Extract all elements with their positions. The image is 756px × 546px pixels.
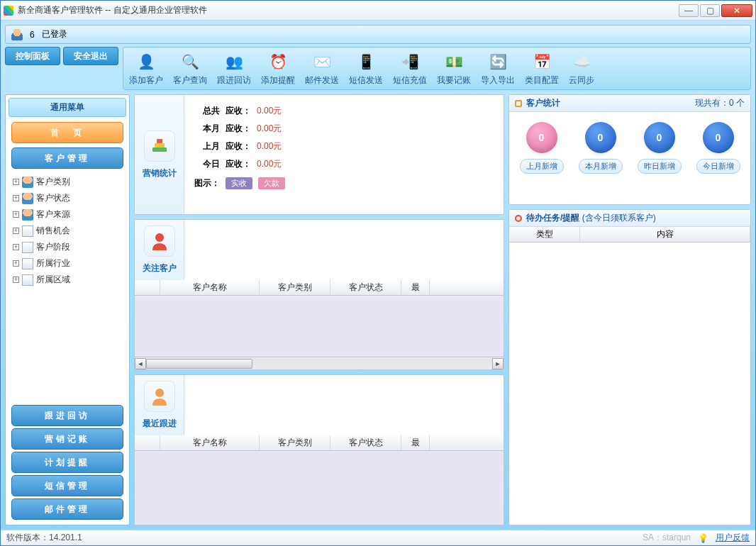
recent-followup-icon (144, 381, 175, 412)
sidebar-menu-button[interactable]: 短信管理 (11, 475, 123, 496)
table-col-header[interactable] (135, 435, 160, 450)
sa-label: SA：starqun (643, 532, 691, 544)
customer-search-button[interactable]: 🔍客户查询 (173, 50, 207, 87)
tree-icon (22, 274, 33, 286)
tree-item[interactable]: +所属行业 (10, 255, 125, 272)
email-send-icon: ✉️ (311, 50, 333, 73)
maximize-button[interactable]: ▢ (700, 4, 720, 17)
customer-mgmt-button[interactable]: 客户管理 (11, 147, 123, 169)
recent-followup-panel: 最近跟进 客户名称客户类别客户状态最 (134, 374, 504, 525)
titlebar: 新全商通客户管理软件 -- 自定义通用企业管理软件 — ▢ ✕ (1, 1, 755, 21)
stat-circle-item[interactable]: 0上月新增 (520, 122, 564, 174)
tree-item[interactable]: +所属区域 (10, 272, 125, 288)
tree-item[interactable]: +销售机会 (10, 223, 125, 239)
customer-stats-panel: 客户统计 现共有：0 个 0上月新增0本月新增0昨日新增0今日新增 (508, 94, 751, 205)
stat-circle-item[interactable]: 0昨日新增 (638, 122, 682, 174)
scroll-right-button[interactable]: ► (492, 358, 504, 369)
sidebar-menu-button[interactable]: 跟进回访 (11, 405, 123, 426)
table-col-header[interactable] (135, 280, 160, 295)
feedback-link[interactable]: 用户反馈 (716, 532, 750, 544)
login-status: 已登录 (42, 28, 67, 40)
table-col-header[interactable]: 客户名称 (160, 435, 260, 450)
tree-icon (22, 258, 33, 269)
sidebar-menu-button[interactable]: 邮件管理 (11, 498, 123, 520)
add-reminder-button[interactable]: ⏰添加提醒 (261, 50, 295, 87)
expand-icon[interactable]: + (13, 277, 19, 283)
followup-icon: 👥 (223, 50, 245, 73)
stat-circle-item[interactable]: 0本月新增 (579, 122, 623, 174)
scroll-left-button[interactable]: ◄ (135, 358, 146, 369)
statusbar: 软件版本：14.201.1 SA：starqun 💡 用户反馈 (1, 530, 755, 545)
window-title: 新全商通客户管理软件 -- 自定义通用企业管理软件 (18, 4, 679, 16)
legend-paid: 实收 (226, 177, 252, 189)
sidebar-menu-button[interactable]: 计划提醒 (11, 452, 123, 473)
home-button[interactable]: 首 页 (11, 122, 123, 143)
stat-circle-label: 昨日新增 (638, 159, 682, 174)
scroll-thumb[interactable] (146, 359, 252, 369)
expand-icon[interactable]: + (13, 228, 19, 234)
close-button[interactable]: ✕ (721, 4, 752, 17)
table-col-header[interactable]: 最 (401, 435, 430, 450)
sms-send-button[interactable]: 📱短信发送 (349, 50, 383, 87)
control-panel-button[interactable]: 控制面板 (5, 47, 60, 65)
tasks-head-icon (515, 215, 522, 222)
recent-table-body[interactable] (135, 451, 504, 525)
focus-customer-icon (144, 225, 175, 257)
tasks-table-body[interactable] (509, 243, 750, 525)
focus-customers-panel: 关注客户 客户名称客户类别客户状态最 ◄ ► (134, 219, 504, 370)
svg-point-4 (155, 389, 164, 397)
cloud-sync-button[interactable]: ☁️云同步 (569, 50, 594, 87)
bookkeeping-button[interactable]: 💵我要记账 (437, 50, 471, 87)
table-col-header[interactable]: 客户名称 (160, 280, 260, 295)
legend-owe: 欠款 (258, 177, 285, 189)
login-count: 6 (30, 30, 35, 40)
sms-recharge-icon: 📲 (399, 50, 421, 73)
expand-icon[interactable]: + (13, 244, 19, 250)
tree-item[interactable]: +客户状态 (10, 190, 125, 206)
sidebar-menu-button[interactable]: 营销记账 (11, 428, 123, 450)
stat-circle-label: 本月新增 (579, 159, 623, 174)
main-toolbar: 👤添加客户🔍客户查询👥跟进回访⏰添加提醒✉️邮件发送📱短信发送📲短信充值💵我要记… (123, 47, 751, 90)
sms-send-icon: 📱 (355, 50, 377, 73)
tasks-panel: 待办任务/提醒 (含今日须联系客户) 类型 内容 (508, 209, 751, 525)
table-col-header[interactable]: 最 (401, 280, 430, 295)
svg-rect-0 (152, 147, 167, 152)
expand-icon[interactable]: + (13, 179, 19, 185)
table-col-header[interactable]: 客户状态 (330, 435, 401, 450)
import-export-icon: 🔄 (487, 50, 509, 73)
tree-icon (22, 209, 33, 221)
stat-circle: 0 (526, 122, 557, 153)
tree-icon (22, 177, 33, 188)
expand-icon[interactable]: + (13, 211, 19, 218)
focus-table-body[interactable] (135, 296, 504, 357)
minimize-button[interactable]: — (679, 4, 699, 17)
version-label: 软件版本：14.201.1 (6, 532, 82, 544)
user-icon (11, 29, 23, 40)
sms-recharge-button[interactable]: 📲短信充值 (393, 50, 427, 87)
email-send-button[interactable]: ✉️邮件发送 (305, 50, 339, 87)
table-col-header[interactable]: 客户状态 (330, 280, 401, 295)
focus-hscroll[interactable]: ◄ ► (135, 357, 504, 369)
expand-icon[interactable]: + (13, 195, 19, 201)
login-status-bar: 6 已登录 (5, 25, 751, 44)
safe-exit-button[interactable]: 安全退出 (63, 47, 118, 65)
stat-circle: 0 (585, 122, 616, 153)
followup-button[interactable]: 👥跟进回访 (217, 50, 251, 87)
add-customer-button[interactable]: 👤添加客户 (129, 50, 163, 87)
category-config-button[interactable]: 📅类目配置 (525, 50, 559, 87)
stat-circle-item[interactable]: 0今日新增 (696, 122, 740, 174)
tree-item[interactable]: +客户阶段 (10, 239, 125, 255)
stat-circle-label: 今日新增 (696, 159, 740, 174)
customer-stats-total: 现共有：0 个 (695, 97, 745, 109)
tasks-title: 待办任务/提醒 (含今日须联系客户) (526, 212, 745, 224)
sales-stats-label: 营销统计 (143, 167, 177, 179)
import-export-button[interactable]: 🔄导入导出 (481, 50, 515, 87)
focus-customer-label: 关注客户 (143, 262, 177, 274)
tree-item[interactable]: +客户类别 (10, 174, 125, 190)
table-col-header[interactable]: 客户类别 (260, 280, 330, 295)
expand-icon[interactable]: + (13, 260, 19, 267)
table-col-header[interactable]: 客户类别 (260, 435, 330, 450)
add-customer-icon: 👤 (135, 50, 157, 73)
tree-item[interactable]: +客户来源 (10, 206, 125, 223)
app-icon (4, 6, 13, 16)
